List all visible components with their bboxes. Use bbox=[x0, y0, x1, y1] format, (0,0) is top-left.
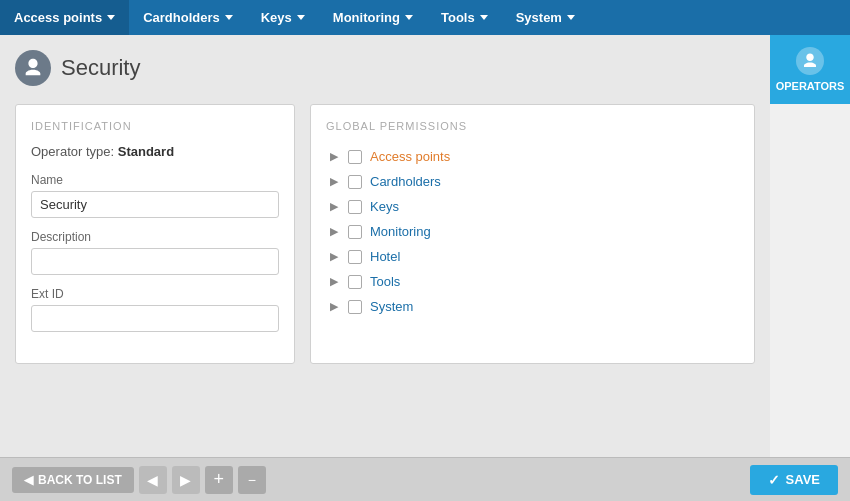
name-label: Name bbox=[31, 173, 279, 187]
expand-arrow-icon: ▶ bbox=[330, 225, 340, 238]
operators-label: OPERATORS bbox=[776, 80, 845, 92]
back-to-list-button[interactable]: ◀ BACK TO LIST bbox=[12, 467, 134, 493]
ext-id-input[interactable] bbox=[31, 305, 279, 332]
back-label: BACK TO LIST bbox=[38, 473, 122, 487]
permission-item[interactable]: ▶System bbox=[326, 294, 739, 319]
nav-item-monitoring[interactable]: Monitoring bbox=[319, 0, 427, 35]
permissions-panel-title: GLOBAL PERMISSIONS bbox=[326, 120, 739, 132]
identification-panel: IDENTIFICATION Operator type: Standard N… bbox=[15, 104, 295, 364]
permission-item[interactable]: ▶Access points bbox=[326, 144, 739, 169]
top-navigation: Access points Cardholders Keys Monitorin… bbox=[0, 0, 850, 35]
permission-item[interactable]: ▶Cardholders bbox=[326, 169, 739, 194]
panels-row: IDENTIFICATION Operator type: Standard N… bbox=[15, 104, 755, 364]
permission-item[interactable]: ▶Keys bbox=[326, 194, 739, 219]
permission-checkbox[interactable] bbox=[348, 250, 362, 264]
expand-arrow-icon: ▶ bbox=[330, 250, 340, 263]
nav-label: Access points bbox=[14, 10, 102, 25]
expand-arrow-icon: ▶ bbox=[330, 150, 340, 163]
permission-checkbox[interactable] bbox=[348, 175, 362, 189]
permission-item[interactable]: ▶Tools bbox=[326, 269, 739, 294]
description-label: Description bbox=[31, 230, 279, 244]
sidebar-right: OPERATORS bbox=[770, 35, 850, 457]
nav-item-access-points[interactable]: Access points bbox=[0, 0, 129, 35]
remove-button[interactable]: − bbox=[238, 466, 266, 494]
nav-caret-icon bbox=[297, 15, 305, 20]
nav-item-keys[interactable]: Keys bbox=[247, 0, 319, 35]
ext-id-label: Ext ID bbox=[31, 287, 279, 301]
operator-type-row: Operator type: Standard bbox=[31, 144, 279, 159]
permission-label: Cardholders bbox=[370, 174, 441, 189]
security-icon bbox=[15, 50, 51, 86]
nav-caret-icon bbox=[107, 15, 115, 20]
nav-caret-icon bbox=[405, 15, 413, 20]
permission-checkbox[interactable] bbox=[348, 275, 362, 289]
operator-type-label: Operator type: bbox=[31, 144, 114, 159]
page-title: Security bbox=[61, 55, 140, 81]
permission-label: Access points bbox=[370, 149, 450, 164]
nav-item-tools[interactable]: Tools bbox=[427, 0, 502, 35]
nav-caret-icon bbox=[567, 15, 575, 20]
ext-id-field-row: Ext ID bbox=[31, 287, 279, 332]
expand-arrow-icon: ▶ bbox=[330, 300, 340, 313]
permissions-list: ▶Access points▶Cardholders▶Keys▶Monitori… bbox=[326, 144, 739, 319]
nav-label: System bbox=[516, 10, 562, 25]
name-input[interactable] bbox=[31, 191, 279, 218]
add-button[interactable]: + bbox=[205, 466, 233, 494]
permission-label: Hotel bbox=[370, 249, 400, 264]
person-icon bbox=[796, 47, 824, 75]
nav-caret-icon bbox=[225, 15, 233, 20]
prev-button[interactable]: ◀ bbox=[139, 466, 167, 494]
permission-checkbox[interactable] bbox=[348, 200, 362, 214]
back-arrow-icon: ◀ bbox=[24, 473, 33, 487]
permission-checkbox[interactable] bbox=[348, 150, 362, 164]
nav-label: Keys bbox=[261, 10, 292, 25]
expand-arrow-icon: ▶ bbox=[330, 200, 340, 213]
nav-item-system[interactable]: System bbox=[502, 0, 589, 35]
operators-button[interactable]: OPERATORS bbox=[770, 35, 850, 104]
expand-arrow-icon: ▶ bbox=[330, 175, 340, 188]
nav-label: Tools bbox=[441, 10, 475, 25]
page-area: Security IDENTIFICATION Operator type: S… bbox=[0, 35, 850, 457]
expand-arrow-icon: ▶ bbox=[330, 275, 340, 288]
nav-caret-icon bbox=[480, 15, 488, 20]
description-field-row: Description bbox=[31, 230, 279, 275]
permissions-panel: GLOBAL PERMISSIONS ▶Access points▶Cardho… bbox=[310, 104, 755, 364]
nav-label: Cardholders bbox=[143, 10, 220, 25]
next-button[interactable]: ▶ bbox=[172, 466, 200, 494]
save-label: SAVE bbox=[786, 472, 820, 487]
permission-checkbox[interactable] bbox=[348, 225, 362, 239]
main-content: Security IDENTIFICATION Operator type: S… bbox=[0, 35, 770, 457]
identification-panel-title: IDENTIFICATION bbox=[31, 120, 279, 132]
permission-label: Keys bbox=[370, 199, 399, 214]
permission-checkbox[interactable] bbox=[348, 300, 362, 314]
permission-label: Tools bbox=[370, 274, 400, 289]
permission-item[interactable]: ▶Hotel bbox=[326, 244, 739, 269]
permission-label: System bbox=[370, 299, 413, 314]
description-input[interactable] bbox=[31, 248, 279, 275]
permission-item[interactable]: ▶Monitoring bbox=[326, 219, 739, 244]
check-icon: ✓ bbox=[768, 472, 780, 488]
save-button[interactable]: ✓ SAVE bbox=[750, 465, 838, 495]
nav-item-cardholders[interactable]: Cardholders bbox=[129, 0, 247, 35]
operator-type-value: Standard bbox=[118, 144, 174, 159]
page-header: Security bbox=[15, 50, 755, 86]
name-field-row: Name bbox=[31, 173, 279, 218]
bottom-left-controls: ◀ BACK TO LIST ◀ ▶ + − bbox=[12, 466, 266, 494]
nav-label: Monitoring bbox=[333, 10, 400, 25]
bottom-bar: ◀ BACK TO LIST ◀ ▶ + − ✓ SAVE bbox=[0, 457, 850, 501]
permission-label: Monitoring bbox=[370, 224, 431, 239]
